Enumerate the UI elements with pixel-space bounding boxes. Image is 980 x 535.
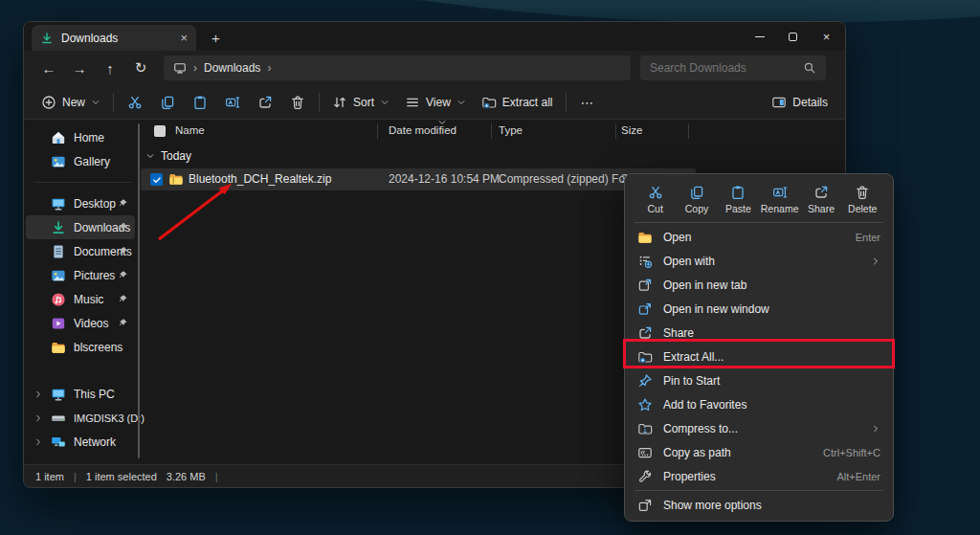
copy-menu-button[interactable]: Copy	[677, 185, 717, 214]
sidebar-item-gallery[interactable]: Gallery	[26, 149, 135, 173]
rename-menu-button[interactable]: Rename	[760, 185, 800, 214]
sidebar-item-label: Home	[74, 131, 104, 145]
close-button[interactable]: ×	[810, 22, 843, 51]
new-button-label: New	[62, 96, 85, 109]
back-button[interactable]: ←	[33, 56, 64, 80]
menu-shortcut: Alt+Enter	[836, 471, 880, 482]
extract-icon	[481, 95, 497, 110]
paste-menu-button[interactable]: Paste	[718, 185, 758, 214]
menu-item-label: Open	[663, 231, 845, 244]
menu-item-label: Open with	[663, 255, 860, 268]
menu-item-open-with[interactable]: Open with	[625, 249, 893, 273]
quick-action-label: Copy	[685, 203, 709, 214]
menu-item-properties[interactable]: Properties Alt+Enter	[625, 464, 893, 488]
pin-icon	[118, 318, 128, 328]
title-bar: Downloads × + ×	[24, 22, 845, 51]
menu-item-compress-to[interactable]: Compress to...	[625, 416, 893, 440]
chevron-right-icon[interactable]: ›	[267, 61, 271, 75]
new-tab-button[interactable]: +	[212, 25, 220, 51]
share-button[interactable]	[249, 89, 281, 116]
trash-icon	[290, 95, 305, 110]
sidebar-item-downloads[interactable]: Downloads	[26, 215, 135, 239]
minimize-button[interactable]	[743, 22, 776, 51]
sidebar-item-blscreens[interactable]: blscreens	[26, 335, 135, 359]
forward-button[interactable]: →	[64, 56, 95, 80]
sidebar-item-documents[interactable]: Documents	[26, 239, 135, 263]
copy-button[interactable]	[151, 89, 184, 116]
details-label: Details	[792, 96, 828, 109]
search-input[interactable]	[650, 61, 803, 75]
select-all-checkbox[interactable]	[154, 125, 166, 137]
up-button[interactable]: ↑	[95, 56, 125, 80]
details-pane-button[interactable]: Details	[764, 89, 835, 116]
row-checkbox-checked[interactable]	[150, 173, 163, 186]
menu-item-add-to-favorites[interactable]: Add to Favorites	[625, 392, 893, 416]
breadcrumb-downloads[interactable]: Downloads	[204, 61, 260, 75]
column-header-date-modified[interactable]: Date modified	[389, 124, 457, 136]
column-resizer[interactable]	[377, 123, 378, 139]
menu-item-pin-to-start[interactable]: Pin to Start	[625, 368, 893, 392]
address-bar[interactable]: › Downloads ›	[164, 56, 631, 80]
search-box[interactable]	[640, 56, 826, 80]
extract-all-button[interactable]: Extract all	[474, 89, 561, 116]
status-divider: |	[215, 471, 218, 482]
menu-item-open[interactable]: Open Enter	[625, 225, 893, 249]
column-header-type[interactable]: Type	[499, 124, 523, 136]
menu-item-show-more-options[interactable]: Show more options	[625, 493, 893, 517]
sidebar-item-home[interactable]: Home	[26, 125, 135, 149]
column-resizer[interactable]	[615, 123, 616, 139]
trash-icon	[855, 185, 870, 200]
chevron-right-icon[interactable]	[33, 437, 43, 447]
tab-close-icon[interactable]: ×	[180, 32, 188, 44]
menu-item-open-in-new-window[interactable]: Open in new window	[625, 297, 893, 321]
more-options-button[interactable]: ⋯	[571, 89, 604, 116]
sort-button[interactable]: Sort	[324, 89, 397, 116]
menu-item-copy-as-path[interactable]: Copy as path Ctrl+Shift+C	[625, 440, 893, 464]
sidebar-item-label: Gallery	[74, 155, 110, 168]
tab-downloads[interactable]: Downloads ×	[32, 25, 196, 51]
desktop-icon	[51, 196, 66, 212]
cut-button[interactable]	[119, 89, 151, 116]
sidebar-item-this-pc[interactable]: This PC	[26, 382, 135, 406]
sidebar-item-videos[interactable]: Videos	[26, 311, 135, 335]
rename-button[interactable]	[216, 89, 249, 116]
sidebar-item-music[interactable]: Music	[26, 287, 135, 311]
cut-menu-button[interactable]: Cut	[635, 185, 676, 214]
menu-shortcut: Ctrl+Shift+C	[823, 447, 880, 458]
delete-menu-button[interactable]: Delete	[842, 185, 882, 214]
chevron-right-icon[interactable]	[33, 413, 43, 423]
delete-button[interactable]	[281, 89, 314, 116]
refresh-button[interactable]: ↻	[125, 56, 156, 80]
column-resizer[interactable]	[491, 123, 492, 139]
sidebar-scrollbar[interactable]	[138, 123, 140, 458]
menu-item-label: Extract All...	[663, 350, 880, 364]
search-icon	[803, 61, 816, 75]
quick-action-label: Rename	[761, 203, 799, 214]
sidebar-item-network[interactable]: Network	[26, 430, 135, 454]
view-button[interactable]: View	[397, 89, 474, 116]
sidebar-item-label: IMGDISK3 (D:)	[74, 412, 145, 424]
new-button[interactable]: New	[33, 89, 108, 116]
column-header-name[interactable]: Name	[175, 124, 205, 136]
chevron-right-icon[interactable]	[33, 390, 43, 399]
column-header-size[interactable]: Size	[621, 124, 642, 136]
menu-item-share[interactable]: Share	[625, 321, 893, 345]
menu-item-extract-all[interactable]: Extract All...	[625, 345, 893, 368]
chevron-right-icon: ›	[193, 61, 197, 75]
sidebar-item-pictures[interactable]: Pictures	[26, 263, 135, 287]
column-resizer[interactable]	[688, 123, 689, 139]
file-row-bluetooth-zip[interactable]: Bluetooth_DCH_Realtek.zip 2024-12-16 10:…	[141, 168, 696, 190]
sidebar-item-imgdisk3[interactable]: IMGDISK3 (D:)	[26, 406, 135, 430]
group-header-today[interactable]: Today	[141, 145, 845, 167]
maximize-button[interactable]	[776, 22, 810, 51]
share-menu-button[interactable]: Share	[801, 185, 841, 214]
rename-icon	[225, 95, 240, 110]
menu-shortcut: Enter	[856, 232, 880, 243]
download-icon	[51, 220, 66, 235]
pictures-icon	[51, 268, 66, 283]
sort-icon	[332, 95, 347, 110]
paste-button[interactable]	[184, 89, 216, 116]
menu-item-open-in-new-tab[interactable]: Open in new tab	[625, 273, 893, 297]
sidebar-item-desktop[interactable]: Desktop	[26, 191, 135, 215]
wallpaper-swoosh	[278, 0, 980, 23]
